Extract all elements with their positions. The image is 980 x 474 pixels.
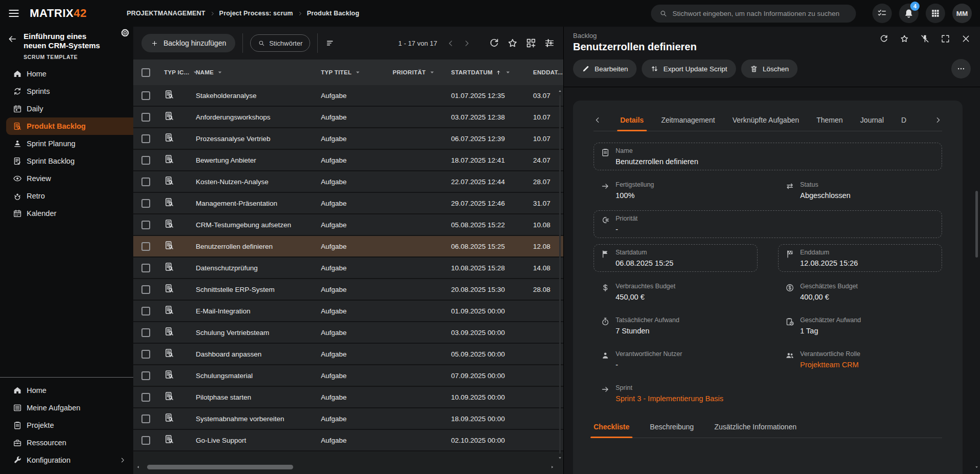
global-search[interactable] [651, 5, 856, 23]
row-checkbox[interactable] [141, 221, 150, 229]
scrollbar-thumb[interactable] [147, 465, 293, 469]
column-header[interactable]: ENDDAT... [533, 69, 563, 75]
scroll-down-icon[interactable] [974, 464, 979, 470]
table-row[interactable]: Prozessanalyse Vertrieb Aufgabe 06.07.20… [133, 128, 563, 150]
column-menu-icon[interactable] [504, 69, 512, 76]
panel-tab[interactable]: Details [620, 116, 644, 124]
row-checkbox[interactable] [141, 436, 150, 445]
scroll-left-icon[interactable] [135, 464, 141, 470]
sidebar-item[interactable]: Retro [0, 187, 133, 205]
sidebar-item[interactable]: Sprint Planung [0, 135, 133, 152]
menu-icon[interactable] [7, 7, 21, 20]
scrollbar-thumb[interactable] [975, 191, 978, 258]
field[interactable]: Geschätztes Budget 400,00 € [778, 278, 942, 306]
panel-tab[interactable]: Themen [816, 116, 843, 124]
scroll-down-icon[interactable] [557, 455, 563, 461]
row-checkbox[interactable] [141, 177, 150, 186]
table-row[interactable]: Pilotphase starten Aufgabe 10.09.2025 00… [133, 387, 563, 408]
row-checkbox[interactable] [141, 371, 150, 380]
sidebar-item[interactable]: Produkt Backlog [6, 117, 133, 135]
panel-tab[interactable]: Journal [860, 116, 884, 124]
sidebar-item[interactable]: Daily [0, 100, 133, 117]
panel-action-button[interactable]: Bearbeiten [573, 60, 637, 78]
table-row[interactable]: Anforderungsworkshops Aufgabe 03.07.2025… [133, 107, 563, 128]
row-checkbox[interactable] [141, 328, 150, 337]
global-search-input[interactable] [672, 10, 848, 17]
back-button[interactable] [7, 34, 17, 44]
table-row[interactable]: Bewertung Anbieter Aufgabe 18.07.2025 12… [133, 150, 563, 171]
panel-tab[interactable]: Zeitmanagement [661, 116, 715, 124]
filter-button[interactable] [325, 37, 336, 49]
panel-unpin-button[interactable] [920, 34, 930, 44]
column-header[interactable]: TYP TITEL [321, 69, 393, 76]
favorite-button[interactable] [507, 37, 518, 49]
project-settings-button[interactable] [120, 28, 130, 38]
notifications-button[interactable]: 4 [899, 4, 918, 23]
table-row[interactable]: Management-Präsentation Aufgabe 29.07.20… [133, 193, 563, 214]
table-row[interactable]: Go-Live Support Aufgabe 02.10.2025 00:00 [133, 430, 563, 451]
tabs-scroll-right[interactable] [934, 116, 942, 124]
breadcrumb-item[interactable]: PROJEKTMANAGEMENT [127, 10, 215, 17]
more-actions-button[interactable] [951, 59, 971, 78]
sidebar-bottom-item[interactable]: Projekte [0, 417, 133, 434]
column-menu-icon[interactable] [428, 69, 436, 76]
sidebar-item[interactable]: Sprint Backlog [0, 152, 133, 170]
table-row[interactable]: Dashboard anpassen Aufgabe 05.09.2025 00… [133, 344, 563, 365]
row-checkbox[interactable] [141, 134, 150, 143]
table-row[interactable]: Schulung Vertriebsteam Aufgabe 03.09.202… [133, 322, 563, 344]
sidebar-bottom-item[interactable]: Ressourcen [0, 434, 133, 451]
sidebar-bottom-item[interactable]: Home [0, 382, 133, 399]
horizontal-scrollbar[interactable] [135, 464, 555, 470]
vertical-scrollbar[interactable] [557, 88, 563, 461]
sidebar-bottom-item[interactable]: Konfiguration [0, 451, 133, 469]
column-header[interactable]: STARTDATUM [451, 69, 533, 76]
tabs-scroll-left[interactable] [594, 116, 602, 124]
row-checkbox[interactable] [141, 113, 150, 122]
table-row[interactable]: CRM-Testumgebung aufsetzen Aufgabe 05.08… [133, 214, 563, 236]
panel-action-button[interactable]: Löschen [741, 60, 798, 78]
add-backlog-button[interactable]: Backlog hinzufügen [141, 34, 235, 52]
select-all-checkbox[interactable] [141, 68, 150, 77]
column-menu-icon[interactable] [192, 69, 196, 76]
next-page-button[interactable] [462, 39, 471, 48]
field[interactable]: Priorität - [594, 210, 942, 238]
bottom-tab[interactable]: Zusätzliche Informationen [714, 423, 797, 431]
row-checkbox[interactable] [141, 91, 150, 100]
field[interactable]: Verantwortlicher Nutzer - [594, 346, 758, 373]
table-row[interactable]: Schnittstelle ERP-System Aufgabe 20.08.2… [133, 279, 563, 301]
panel-favorite-button[interactable] [900, 34, 909, 44]
field[interactable]: Geschätzter Aufwand 1 Tag [778, 312, 942, 340]
refresh-button[interactable] [488, 37, 500, 49]
row-checkbox[interactable] [141, 242, 150, 251]
sidebar-item[interactable]: Home [0, 65, 133, 83]
sidebar-item[interactable]: Kalender [0, 205, 133, 222]
scroll-up-icon[interactable] [557, 88, 563, 94]
row-checkbox[interactable] [141, 264, 150, 272]
column-menu-icon[interactable] [354, 69, 361, 76]
sidebar-item[interactable]: Sprints [0, 83, 133, 100]
table-row[interactable]: Systemabnahme vorbereiten Aufgabe 18.09.… [133, 408, 563, 430]
table-row[interactable]: Benutzerrollen definieren Aufgabe 06.08.… [133, 236, 563, 258]
row-checkbox[interactable] [141, 350, 150, 359]
field[interactable]: Name Benutzerrollen definieren [594, 143, 942, 170]
field[interactable]: Fertigstellung 100% [594, 176, 758, 204]
sidebar-item[interactable]: Review [0, 170, 133, 187]
list-search[interactable]: Stichwörter [250, 34, 310, 52]
apps-button[interactable] [926, 4, 945, 23]
row-checkbox[interactable] [141, 156, 150, 165]
panel-action-button[interactable]: Export Update Script [642, 60, 736, 78]
table-row[interactable]: Schulungsmaterial Aufgabe 07.09.2025 00:… [133, 365, 563, 387]
column-header[interactable]: PRIORITÄT [393, 69, 451, 76]
panel-tab[interactable]: D [901, 116, 906, 124]
table-row[interactable]: Kosten-Nutzen-Analyse Aufgabe 22.07.2025… [133, 171, 563, 193]
breadcrumb-item[interactable]: Project Process: scrum [219, 10, 303, 17]
field[interactable]: Verbrauchtes Budget 450,00 € [594, 278, 758, 306]
row-checkbox[interactable] [141, 393, 150, 402]
field[interactable]: Verantwortliche Rolle Projektteam CRM [778, 346, 942, 373]
field[interactable]: Enddatum 12.08.2025 15:26 [778, 244, 942, 272]
panel-scrollbar[interactable] [974, 129, 978, 470]
field[interactable]: Status Abgeschlossen [778, 176, 942, 204]
row-checkbox[interactable] [141, 414, 150, 423]
bottom-tab[interactable]: Checkliste [594, 423, 629, 431]
panel-expand-button[interactable] [941, 34, 950, 44]
